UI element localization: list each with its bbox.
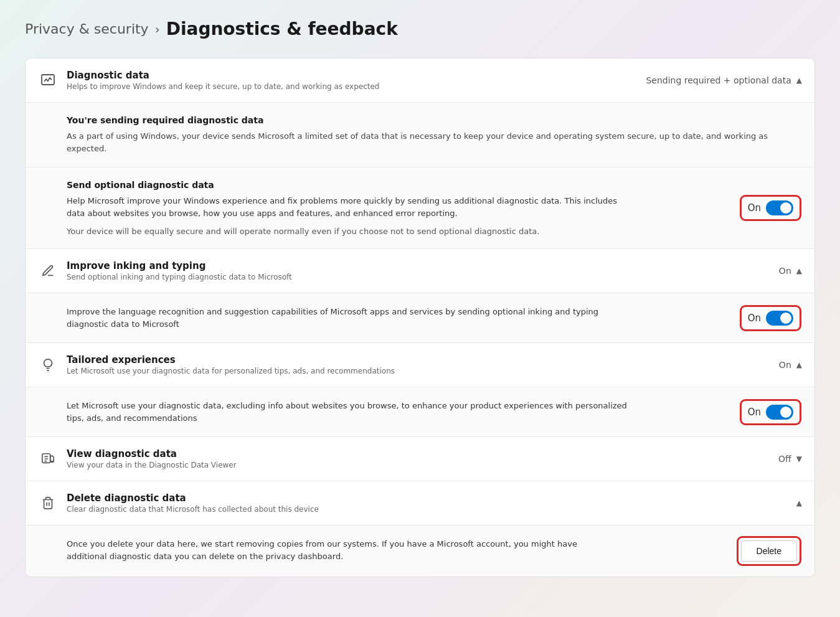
optional-diagnostic-label: Send optional diagnostic data <box>67 180 627 190</box>
delete-diagnostic-header-left: Delete diagnostic data Clear diagnostic … <box>38 492 319 514</box>
trash-icon <box>38 493 58 513</box>
inking-typing-title: Improve inking and typing <box>67 260 292 271</box>
lightbulb-icon <box>38 355 58 375</box>
tailored-experiences-toggle-label: On <box>748 407 761 418</box>
svg-rect-0 <box>42 75 54 85</box>
tailored-experiences-header[interactable]: Tailored experiences Let Microsoft use y… <box>26 343 814 387</box>
delete-diagnostic-body-text: Once you delete your data here, we start… <box>67 538 596 562</box>
required-data-text: As a part of using Windows, your device … <box>67 130 800 154</box>
optional-diagnostic-toggle-label: On <box>748 202 761 214</box>
view-diagnostic-chevron-down-icon: ▼ <box>796 455 802 463</box>
diagnostic-data-subtitle: Helps to improve Windows and keep it sec… <box>67 82 379 91</box>
view-diagnostic-subtitle: View your data in the Diagnostic Data Vi… <box>67 461 237 469</box>
view-diagnostic-header[interactable]: View diagnostic data View your data in t… <box>26 437 814 481</box>
delete-diagnostic-subtitle: Clear diagnostic data that Microsoft has… <box>67 505 319 514</box>
delete-button-wrapper: Delete <box>739 538 800 564</box>
inking-typing-description: Improve the language recognition and sug… <box>67 306 627 330</box>
svg-point-2 <box>52 461 53 463</box>
inking-typing-toggle-label: On <box>748 313 761 324</box>
optional-diagnostic-text-block: Send optional diagnostic data Help Micro… <box>67 180 627 236</box>
delete-diagnostic-header[interactable]: Delete diagnostic data Clear diagnostic … <box>26 481 814 525</box>
settings-container: Diagnostic data Helps to improve Windows… <box>25 58 815 577</box>
breadcrumb: Privacy & security › Diagnostics & feedb… <box>25 19 815 39</box>
tailored-experiences-toggle-row: Let Microsoft use your diagnostic data, … <box>26 387 814 437</box>
tailored-experiences-title: Tailored experiences <box>67 354 395 365</box>
required-data-title: You're sending required diagnostic data <box>67 115 800 125</box>
view-diagnostic-status: Off ▼ <box>778 454 802 464</box>
tailored-experiences-subtitle: Let Microsoft use your diagnostic data f… <box>67 367 395 375</box>
optional-diagnostic-toggle-switch[interactable] <box>766 200 793 215</box>
tailored-experiences-text: Tailored experiences Let Microsoft use y… <box>67 354 395 375</box>
inking-typing-subtitle: Send optional inking and typing diagnost… <box>67 273 292 281</box>
tailored-experiences-toggle-switch[interactable] <box>766 405 793 420</box>
inking-typing-toggle-control[interactable]: On <box>742 307 800 329</box>
diagnostic-data-body: You're sending required diagnostic data … <box>26 103 814 167</box>
breadcrumb-separator: › <box>155 22 160 37</box>
delete-diagnostic-text: Delete diagnostic data Clear diagnostic … <box>67 492 319 514</box>
breadcrumb-current: Diagnostics & feedback <box>166 19 398 39</box>
breadcrumb-parent[interactable]: Privacy & security <box>25 21 149 37</box>
delete-diagnostic-body: Once you delete your data here, we start… <box>26 525 814 577</box>
view-diagnostic-title: View diagnostic data <box>67 448 237 459</box>
diagnostic-data-title: Diagnostic data <box>67 70 379 81</box>
viewer-icon <box>38 449 58 469</box>
optional-diagnostic-toggle-row: Send optional diagnostic data Help Micro… <box>26 167 814 249</box>
inking-chevron-up-icon: ▲ <box>796 266 802 275</box>
tailored-experiences-status: On ▲ <box>779 360 802 370</box>
optional-diagnostic-note: Your device will be equally secure and w… <box>67 227 627 236</box>
diagnostic-data-header-left: Diagnostic data Helps to improve Windows… <box>38 70 379 91</box>
optional-diagnostic-description: Help Microsoft improve your Windows expe… <box>67 195 627 219</box>
inking-typing-text: Improve inking and typing Send optional … <box>67 260 292 281</box>
inking-typing-header-left: Improve inking and typing Send optional … <box>38 260 292 281</box>
delete-diagnostic-title: Delete diagnostic data <box>67 492 319 504</box>
delete-button[interactable]: Delete <box>741 540 797 562</box>
tailored-chevron-up-icon: ▲ <box>796 360 802 369</box>
diagnostic-data-header[interactable]: Diagnostic data Helps to improve Windows… <box>26 59 814 103</box>
delete-diagnostic-chevron-up-icon: ▲ <box>796 499 802 507</box>
delete-diagnostic-right: ▲ <box>796 499 802 507</box>
inking-typing-header[interactable]: Improve inking and typing Send optional … <box>26 249 814 293</box>
chevron-up-icon: ▲ <box>796 76 802 85</box>
inking-typing-toggle-switch[interactable] <box>766 311 793 326</box>
diagnostic-data-status: Sending required + optional data ▲ <box>646 75 802 85</box>
view-diagnostic-text: View diagnostic data View your data in t… <box>67 448 237 469</box>
view-diagnostic-header-left: View diagnostic data View your data in t… <box>38 448 237 469</box>
tailored-experiences-description: Let Microsoft use your diagnostic data, … <box>67 400 627 424</box>
inking-typing-toggle-row: Improve the language recognition and sug… <box>26 293 814 343</box>
optional-diagnostic-toggle-control[interactable]: On <box>742 197 800 219</box>
activity-icon <box>38 70 58 90</box>
diagnostic-data-text: Diagnostic data Helps to improve Windows… <box>67 70 379 91</box>
tailored-experiences-toggle-control[interactable]: On <box>742 401 800 423</box>
tailored-experiences-header-left: Tailored experiences Let Microsoft use y… <box>38 354 395 375</box>
inking-typing-status: On ▲ <box>779 266 802 276</box>
pen-icon <box>38 261 58 281</box>
